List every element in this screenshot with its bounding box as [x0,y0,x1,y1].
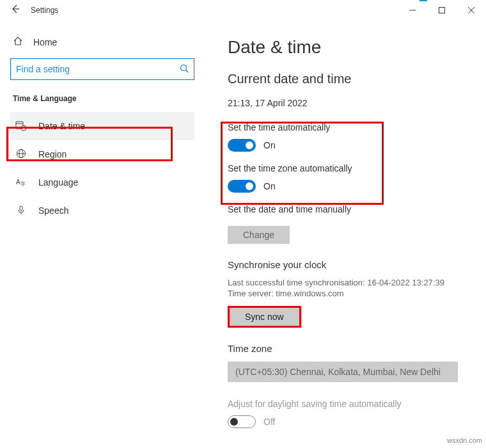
manual-datetime-label: Set the date and time manually [228,204,463,214]
svg-rect-17 [20,206,22,211]
svg-point-5 [181,65,187,70]
microphone-icon [15,205,27,217]
globe-icon [15,148,27,161]
close-button[interactable] [457,0,486,20]
sync-server-line: Time server: time.windows.com [228,289,463,298]
auto-time-state: On [263,140,276,150]
svg-text:A: A [16,179,20,186]
svg-rect-2 [439,8,445,13]
sync-heading: Synchronise your clock [228,259,463,270]
content-pane: Date & time Current date and time 21:13,… [205,20,486,448]
minimize-button[interactable] [398,0,427,20]
sidebar-item-date-time[interactable]: Date & time [10,112,194,140]
maximize-button[interactable] [427,0,457,20]
section-current-datetime: Current date and time [228,72,463,86]
search-input[interactable] [16,64,180,74]
dst-label: Adjust for daylight saving time automati… [228,399,463,409]
dst-toggle [228,415,256,428]
window-title: Settings [31,6,58,15]
dst-state: Off [263,417,275,427]
clock-calendar-icon [15,120,27,133]
sidebar-group-title: Time & Language [10,94,194,103]
auto-tz-state: On [263,181,276,191]
auto-time-block: Set the time automatically On [228,122,463,152]
sidebar-item-label: Date & time [38,121,85,131]
back-button[interactable] [0,4,31,17]
sync-last-line: Last successful time synchronisation: 16… [228,278,463,287]
auto-tz-toggle[interactable] [228,180,256,193]
timezone-select[interactable]: (UTC+05:30) Chennai, Kolkata, Mumbai, Ne… [228,362,458,382]
sync-now-button[interactable]: Sync now [230,308,299,326]
page-heading: Date & time [228,37,463,58]
auto-time-label: Set the time automatically [228,122,463,132]
watermark: wsxdn.com [447,436,482,444]
timezone-heading: Time zone [228,343,463,354]
home-link[interactable]: Home [10,31,194,58]
current-datetime-value: 21:13, 17 April 2022 [228,98,463,108]
sidebar-item-label: Language [38,177,78,188]
auto-tz-block: Set the time zone automatically On [228,163,463,193]
sidebar-item-language[interactable]: A字 Language [10,168,194,196]
auto-tz-label: Set the time zone automatically [228,163,463,173]
sidebar: Home Time & Language Date & time Region … [0,20,205,448]
svg-line-6 [186,70,189,72]
change-button[interactable]: Change [228,226,290,244]
sidebar-item-label: Region [38,149,67,159]
sync-highlight: Sync now [228,306,301,328]
sidebar-item-label: Speech [38,205,68,216]
home-icon [13,36,23,48]
home-label: Home [33,37,57,47]
language-icon: A字 [15,177,27,189]
search-box[interactable] [10,58,194,80]
auto-time-toggle[interactable] [228,139,256,152]
search-icon [180,64,189,75]
titlebar: Settings [0,0,486,20]
sidebar-item-region[interactable]: Region [10,140,194,168]
svg-text:字: 字 [20,181,26,187]
sidebar-item-speech[interactable]: Speech [10,196,194,225]
accent-bar [419,0,427,1]
